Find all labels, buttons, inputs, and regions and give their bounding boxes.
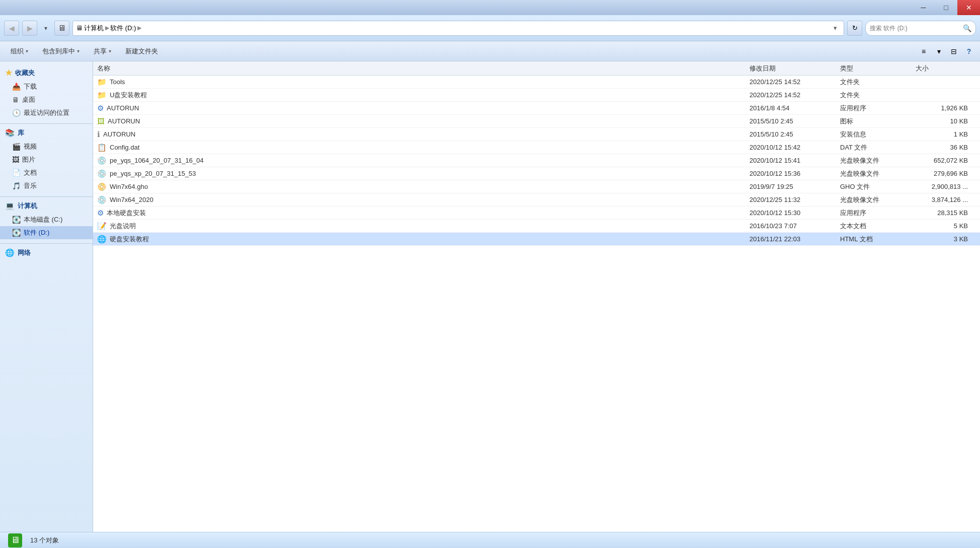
- view-buttons: ≡ ▾ ⊟ ?: [917, 44, 976, 58]
- sidebar-item-music[interactable]: 🎵 音乐: [0, 179, 93, 192]
- forward-button[interactable]: ▶: [22, 21, 37, 36]
- maximize-button[interactable]: □: [935, 0, 957, 15]
- sidebar-item-video[interactable]: 🎬 视频: [0, 140, 93, 153]
- breadcrumb-drive[interactable]: 软件 (D:) ▶: [110, 24, 141, 33]
- search-input[interactable]: [870, 25, 961, 32]
- file-date-9: 2020/12/25 11:32: [749, 196, 840, 203]
- sidebar-item-picture[interactable]: 🖼 图片: [0, 153, 93, 166]
- table-row[interactable]: 📁 U盘安装教程 2020/12/25 14:52 文件夹: [93, 89, 980, 102]
- file-name-text-12: 硬盘安装教程: [110, 235, 149, 244]
- new-folder-button[interactable]: 新建文件夹: [119, 43, 165, 59]
- sidebar-section-favorites: ★ 收藏夹 📥 下载 🖥 桌面 🕒 最近访问的位置: [0, 65, 93, 119]
- file-date-11: 2016/10/23 7:07: [749, 222, 840, 230]
- computer-icon: 🖥: [76, 24, 83, 32]
- sidebar-item-picture-label: 图片: [22, 155, 35, 164]
- file-table-header: 名称 修改日期 类型 大小: [93, 61, 980, 76]
- col-header-date[interactable]: 修改日期: [749, 64, 840, 73]
- file-name-2: ⚙ AUTORUN: [97, 104, 749, 113]
- breadcrumb-arrow-2: ▶: [137, 25, 141, 31]
- file-icon-8: 📀: [97, 182, 107, 191]
- preview-pane-button[interactable]: ⊟: [947, 44, 961, 58]
- table-row[interactable]: ⚙ 本地硬盘安装 2020/10/12 15:30 应用程序 28,315 KB: [93, 207, 980, 220]
- file-icon-11: 📝: [97, 222, 107, 231]
- file-date-5: 2020/10/12 15:42: [749, 144, 840, 151]
- breadcrumb-computer[interactable]: 🖥 计算机 ▶: [76, 24, 109, 33]
- table-row[interactable]: 📝 光盘说明 2016/10/23 7:07 文本文档 5 KB: [93, 220, 980, 233]
- sidebar-item-document-label: 文档: [24, 168, 37, 177]
- back-button[interactable]: ◀: [4, 21, 19, 36]
- sidebar-item-document[interactable]: 📄 文档: [0, 166, 93, 179]
- address-dropdown-button[interactable]: ▾: [830, 21, 841, 35]
- col-name-label: 名称: [97, 64, 110, 73]
- recent-locations-button[interactable]: 🖥: [54, 21, 69, 36]
- share-label: 共享: [94, 47, 107, 56]
- status-bar: 🖥 13 个对象: [0, 532, 980, 548]
- view-list-button[interactable]: ≡: [917, 44, 931, 58]
- sidebar-item-desktop[interactable]: 🖥 桌面: [0, 93, 93, 106]
- col-header-name[interactable]: 名称: [97, 64, 749, 73]
- sidebar-computer-header[interactable]: 💻 计算机: [0, 199, 93, 213]
- file-icon-2: ⚙: [97, 104, 104, 113]
- file-name-text-9: Win7x64_2020: [110, 196, 154, 203]
- help-button[interactable]: ?: [962, 44, 976, 58]
- file-type-7: 光盘映像文件: [840, 169, 916, 178]
- drive-d-icon: 💽: [12, 229, 21, 237]
- file-size-8: 2,900,813 ...: [916, 183, 976, 190]
- sidebar: ★ 收藏夹 📥 下载 🖥 桌面 🕒 最近访问的位置 📚 库: [0, 61, 93, 532]
- file-type-9: 光盘映像文件: [840, 195, 916, 204]
- sidebar-item-drive-c-label: 本地磁盘 (C:): [24, 215, 62, 224]
- title-bar: ─ □ ✕: [0, 0, 980, 15]
- col-header-type[interactable]: 类型: [840, 64, 916, 73]
- sidebar-item-desktop-label: 桌面: [22, 95, 35, 104]
- up-button[interactable]: ▾: [40, 23, 51, 34]
- title-bar-buttons: ─ □ ✕: [912, 0, 980, 15]
- address-bar[interactable]: 🖥 计算机 ▶ 软件 (D:) ▶ ▾: [72, 21, 844, 36]
- search-icon[interactable]: 🔍: [963, 24, 971, 32]
- sidebar-library-header[interactable]: 📚 库: [0, 126, 93, 140]
- search-bar[interactable]: 🔍: [865, 21, 976, 36]
- table-row[interactable]: 💿 pe_yqs_xp_20_07_31_15_53 2020/10/12 15…: [93, 167, 980, 180]
- include-button[interactable]: 包含到库中 ▾: [36, 43, 86, 59]
- table-row[interactable]: 🖼 AUTORUN 2015/5/10 2:45 图标 10 KB: [93, 115, 980, 128]
- file-type-2: 应用程序: [840, 104, 916, 113]
- sidebar-item-download[interactable]: 📥 下载: [0, 80, 93, 93]
- table-row[interactable]: ⚙ AUTORUN 2016/1/8 4:54 应用程序 1,926 KB: [93, 102, 980, 115]
- view-dropdown-button[interactable]: ▾: [932, 44, 946, 58]
- file-name-text-8: Win7x64.gho: [110, 183, 148, 190]
- file-name-8: 📀 Win7x64.gho: [97, 182, 749, 191]
- file-name-6: 💿 pe_yqs_1064_20_07_31_16_04: [97, 156, 749, 165]
- minimize-button[interactable]: ─: [912, 0, 935, 15]
- breadcrumb-arrow-1: ▶: [105, 25, 109, 31]
- sidebar-favorites-header[interactable]: ★ 收藏夹: [0, 65, 93, 80]
- file-type-0: 文件夹: [840, 78, 916, 87]
- table-row[interactable]: ℹ AUTORUN 2015/5/10 2:45 安装信息 1 KB: [93, 128, 980, 141]
- file-type-1: 文件夹: [840, 91, 916, 100]
- sidebar-item-drive-d[interactable]: 💽 软件 (D:): [0, 226, 93, 239]
- file-name-12: 🌐 硬盘安装教程: [97, 235, 749, 244]
- table-row[interactable]: 🌐 硬盘安装教程 2016/11/21 22:03 HTML 文档 3 KB: [93, 233, 980, 246]
- sidebar-network-header[interactable]: 🌐 网络: [0, 246, 93, 260]
- table-row[interactable]: 📀 Win7x64.gho 2019/9/7 19:25 GHO 文件 2,90…: [93, 180, 980, 193]
- sidebar-item-recent[interactable]: 🕒 最近访问的位置: [0, 106, 93, 119]
- table-row[interactable]: 💿 pe_yqs_1064_20_07_31_16_04 2020/10/12 …: [93, 154, 980, 167]
- file-area: 名称 修改日期 类型 大小 📁 Tools 2020/12/25 14:52 文…: [93, 61, 980, 532]
- include-arrow: ▾: [77, 48, 80, 54]
- sidebar-item-music-label: 音乐: [24, 181, 37, 190]
- sidebar-section-library: 📚 库 🎬 视频 🖼 图片 📄 文档 🎵 音乐: [0, 126, 93, 192]
- include-label: 包含到库中: [42, 47, 75, 56]
- organize-button[interactable]: 组织 ▾: [4, 43, 35, 59]
- file-type-3: 图标: [840, 117, 916, 126]
- nav-bar: ◀ ▶ ▾ 🖥 🖥 计算机 ▶ 软件 (D:) ▶ ▾ ↻ 🔍: [0, 15, 980, 41]
- sidebar-item-video-label: 视频: [24, 142, 37, 151]
- music-icon: 🎵: [12, 182, 21, 190]
- table-row[interactable]: 📁 Tools 2020/12/25 14:52 文件夹: [93, 76, 980, 89]
- col-header-size[interactable]: 大小: [916, 64, 976, 73]
- share-button[interactable]: 共享 ▾: [87, 43, 118, 59]
- table-row[interactable]: 💿 Win7x64_2020 2020/12/25 11:32 光盘映像文件 3…: [93, 193, 980, 207]
- close-button[interactable]: ✕: [957, 0, 980, 15]
- file-name-text-11: 光盘说明: [110, 222, 136, 231]
- computer-icon: 🖥: [58, 24, 66, 33]
- sidebar-item-drive-c[interactable]: 💽 本地磁盘 (C:): [0, 213, 93, 226]
- table-row[interactable]: 📋 Config.dat 2020/10/12 15:42 DAT 文件 36 …: [93, 141, 980, 154]
- refresh-button[interactable]: ↻: [847, 21, 862, 36]
